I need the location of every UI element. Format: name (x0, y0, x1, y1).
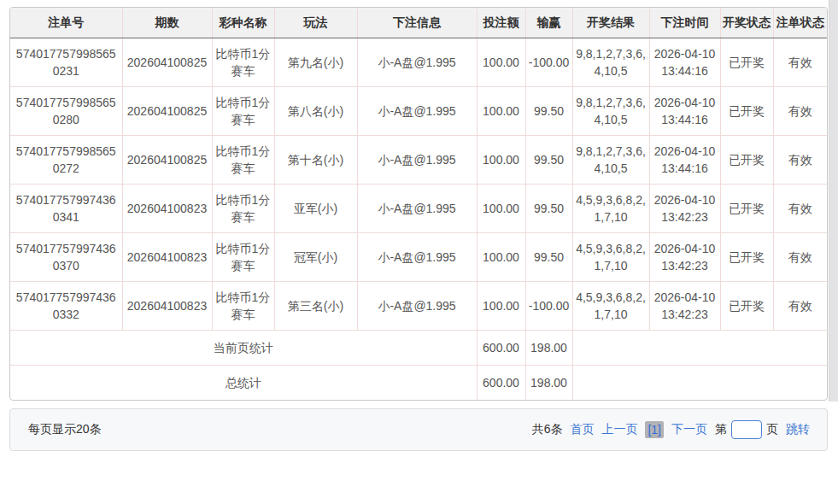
page-summary-blank (572, 331, 827, 366)
cell-draw-status: 已开奖 (720, 87, 773, 136)
page-number-input[interactable] (731, 420, 762, 439)
cell-win-loss: -100.00 (525, 282, 572, 331)
cell-period: 202604100823 (122, 185, 212, 233)
cell-order-no: 5740177579985650231 (10, 38, 122, 87)
col-header-period: 期数 (122, 8, 212, 38)
table-row: 5740177579985650272 202604100825 比特币1分赛车… (10, 136, 827, 185)
total-count-label: 共6条 (532, 422, 563, 437)
table-row: 5740177579974360341 202604100823 比特币1分赛车… (10, 185, 827, 233)
pagination-bar: 每页显示20条 共6条 首页 上一页 [1] 下一页 第 页 跳转 (9, 408, 828, 451)
cell-draw-status: 已开奖 (720, 282, 773, 331)
cell-order-no: 5740177579985650280 (10, 87, 122, 136)
cell-win-loss: -100.00 (525, 38, 572, 87)
col-header-order-status: 注单状态 (773, 8, 827, 38)
cell-draw-status: 已开奖 (720, 233, 773, 282)
cell-lottery-name: 比特币1分赛车 (212, 185, 274, 233)
bet-records-table: 注单号 期数 彩种名称 玩法 下注信息 投注额 输赢 开奖结果 下注时间 开奖状… (10, 8, 827, 400)
cell-bet-amount: 100.00 (477, 282, 525, 331)
table-row: 5740177579985650231 202604100825 比特币1分赛车… (10, 38, 827, 87)
cell-bet-info: 小-A盘@1.995 (357, 282, 477, 331)
page-summary-row: 当前页统计 600.00 198.00 (10, 331, 827, 366)
page-summary-winloss: 198.00 (525, 331, 572, 366)
cell-period: 202604100825 (122, 87, 212, 136)
cell-bet-info: 小-A盘@1.995 (357, 233, 477, 282)
cell-period: 202604100823 (122, 233, 212, 282)
jump-link[interactable]: 跳转 (786, 422, 810, 437)
cell-order-no: 5740177579974360332 (10, 282, 122, 331)
cell-play-type: 第三名(小) (274, 282, 357, 331)
cell-draw-status: 已开奖 (720, 136, 773, 185)
cell-win-loss: 99.50 (525, 233, 572, 282)
cell-play-type: 第九名(小) (274, 38, 357, 87)
col-header-bet-info: 下注信息 (357, 8, 477, 38)
scrollbar-track[interactable] (829, 0, 838, 401)
total-summary-label: 总统计 (10, 366, 477, 401)
col-header-play-type: 玩法 (274, 8, 357, 38)
cell-order-status: 有效 (773, 136, 827, 185)
cell-draw-result: 9,8,1,2,7,3,6,4,10,5 (572, 136, 649, 185)
col-header-draw-status: 开奖状态 (720, 8, 773, 38)
cell-bet-amount: 100.00 (477, 233, 525, 282)
total-summary-blank (572, 366, 827, 401)
jump-prefix-label: 第 (715, 422, 727, 437)
col-header-win-loss: 输赢 (525, 8, 572, 38)
col-header-draw-result: 开奖结果 (572, 8, 649, 38)
cell-win-loss: 99.50 (525, 185, 572, 233)
cell-draw-status: 已开奖 (720, 185, 773, 233)
cell-lottery-name: 比特币1分赛车 (212, 282, 274, 331)
cell-win-loss: 99.50 (525, 87, 572, 136)
cell-order-status: 有效 (773, 233, 827, 282)
cell-lottery-name: 比特币1分赛车 (212, 87, 274, 136)
bet-records-table-container: 注单号 期数 彩种名称 玩法 下注信息 投注额 输赢 开奖结果 下注时间 开奖状… (9, 7, 828, 401)
cell-bet-time: 2026-04-10 13:44:16 (649, 38, 720, 87)
page-summary-amount: 600.00 (477, 331, 525, 366)
cell-bet-info: 小-A盘@1.995 (357, 185, 477, 233)
cell-win-loss: 99.50 (525, 136, 572, 185)
cell-play-type: 第八名(小) (274, 87, 357, 136)
cell-bet-info: 小-A盘@1.995 (357, 87, 477, 136)
cell-bet-info: 小-A盘@1.995 (357, 136, 477, 185)
cell-lottery-name: 比特币1分赛车 (212, 38, 274, 87)
page-summary-label: 当前页统计 (10, 331, 477, 366)
cell-bet-amount: 100.00 (477, 38, 525, 87)
cell-bet-amount: 100.00 (477, 185, 525, 233)
cell-bet-time: 2026-04-10 13:42:23 (649, 233, 720, 282)
prev-page-link[interactable]: 上一页 (601, 422, 637, 437)
cell-draw-result: 4,5,9,3,6,8,2,1,7,10 (572, 282, 649, 331)
cell-draw-result: 9,8,1,2,7,3,6,4,10,5 (572, 38, 649, 87)
cell-bet-time: 2026-04-10 13:42:23 (649, 282, 720, 331)
table-row: 5740177579985650280 202604100825 比特币1分赛车… (10, 87, 827, 136)
cell-period: 202604100825 (122, 136, 212, 185)
cell-bet-amount: 100.00 (477, 87, 525, 136)
per-page-label: 每页显示20条 (28, 422, 102, 437)
cell-order-no: 5740177579974360370 (10, 233, 122, 282)
cell-order-status: 有效 (773, 185, 827, 233)
first-page-link[interactable]: 首页 (570, 422, 594, 437)
cell-order-no: 5740177579985650272 (10, 136, 122, 185)
total-summary-row: 总统计 600.00 198.00 (10, 366, 827, 401)
cell-bet-time: 2026-04-10 13:42:23 (649, 185, 720, 233)
cell-order-status: 有效 (773, 282, 827, 331)
cell-lottery-name: 比特币1分赛车 (212, 136, 274, 185)
cell-draw-result: 9,8,1,2,7,3,6,4,10,5 (572, 87, 649, 136)
cell-period: 202604100825 (122, 38, 212, 87)
col-header-bet-amount: 投注额 (477, 8, 525, 38)
table-row: 5740177579974360332 202604100823 比特币1分赛车… (10, 282, 827, 331)
cell-draw-result: 4,5,9,3,6,8,2,1,7,10 (572, 185, 649, 233)
cell-order-status: 有效 (773, 38, 827, 87)
cell-bet-info: 小-A盘@1.995 (357, 38, 477, 87)
total-summary-winloss: 198.00 (525, 366, 572, 401)
total-summary-amount: 600.00 (477, 366, 525, 401)
table-header-row: 注单号 期数 彩种名称 玩法 下注信息 投注额 输赢 开奖结果 下注时间 开奖状… (10, 8, 827, 38)
cell-bet-time: 2026-04-10 13:44:16 (649, 87, 720, 136)
col-header-order-no: 注单号 (10, 8, 122, 38)
cell-play-type: 第十名(小) (274, 136, 357, 185)
pager: 共6条 首页 上一页 [1] 下一页 第 页 跳转 (532, 420, 810, 439)
cell-period: 202604100823 (122, 282, 212, 331)
col-header-lottery-name: 彩种名称 (212, 8, 274, 38)
next-page-link[interactable]: 下一页 (671, 422, 707, 437)
cell-play-type: 冠军(小) (274, 233, 357, 282)
current-page-indicator: [1] (645, 421, 664, 438)
cell-order-status: 有效 (773, 87, 827, 136)
cell-bet-time: 2026-04-10 13:44:16 (649, 136, 720, 185)
